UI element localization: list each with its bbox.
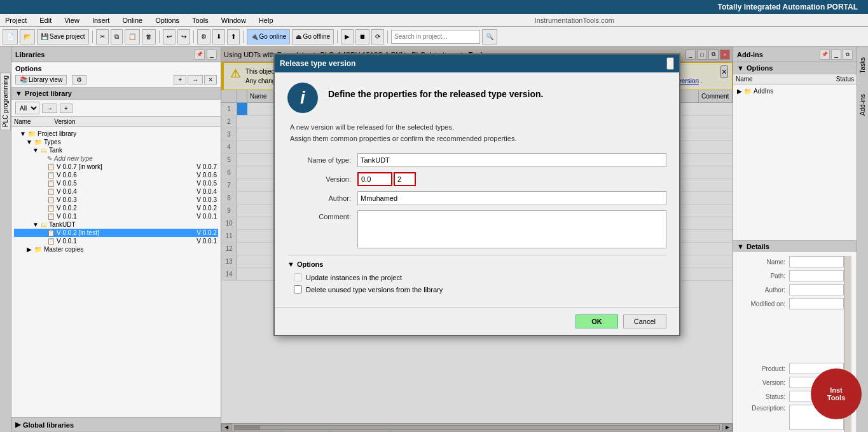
tank-v003[interactable]: 📋 V 0.0.3 V 0.0.3 [14, 196, 218, 204]
filter-add-btn[interactable]: → [42, 104, 57, 113]
addins-vtab[interactable]: Add-ins [858, 90, 867, 119]
paste-btn[interactable]: 📋 [125, 29, 140, 44]
lib-move-btn[interactable]: → [188, 75, 203, 84]
search-btn[interactable]: 🔍 [482, 29, 497, 44]
minimize-libraries-btn[interactable]: _ [207, 50, 217, 60]
comment-textarea[interactable] [357, 210, 666, 248]
start-btn[interactable]: ▶ [341, 29, 354, 44]
menu-item-options[interactable]: Options [153, 16, 182, 25]
go-offline-btn[interactable]: ⏏ Go offline [292, 29, 334, 44]
tasks-tab[interactable]: Tasks [858, 53, 867, 78]
author-row: Author: [287, 191, 666, 205]
tank-v005[interactable]: 📋 V 0.0.5 V 0.0.5 [14, 179, 218, 187]
compile-btn[interactable]: ⚙ [197, 29, 210, 44]
go-online-btn[interactable]: 🔌 Go online [247, 29, 291, 44]
lib-settings-btn[interactable]: ⚙ [72, 75, 86, 84]
options-header[interactable]: ▼ Options [287, 260, 666, 268]
plc-programming-tab[interactable]: PLC programming [0, 72, 11, 130]
save-btn[interactable]: 💾 Save project [37, 29, 89, 44]
toggle-tank[interactable]: ▼ [32, 147, 39, 154]
copy-btn[interactable]: ⧉ [111, 29, 123, 44]
name-type-input[interactable] [357, 153, 666, 167]
tank-v006[interactable]: 📋 V 0.0.6 V 0.0.6 [14, 171, 218, 179]
undo-btn[interactable]: ↩ [163, 29, 176, 44]
addins-options-header[interactable]: ▼ Options [733, 62, 857, 74]
addins-min-btn[interactable]: _ [831, 50, 841, 60]
tank-v005-icon: 📋 [47, 180, 55, 187]
global-libraries-header[interactable]: ▶ Global libraries [11, 418, 221, 432]
search-input[interactable] [391, 30, 480, 44]
stop-btn[interactable]: ⏹ [355, 29, 369, 44]
menu-item-tools[interactable]: Tools [189, 16, 211, 25]
toggle-tankudt[interactable]: ▼ [32, 221, 39, 228]
expand-icon: ▼ [15, 90, 22, 97]
tia-title: Totally Integrated Automation PORTAL [718, 3, 858, 11]
addins-col-status: Status [816, 76, 854, 83]
addins-pin-btn[interactable]: 📌 [820, 50, 830, 60]
toggle-master[interactable]: ▶ [26, 246, 32, 253]
menu-item-insert[interactable]: Insert [90, 16, 113, 25]
type-filter[interactable]: All [15, 102, 39, 114]
ok-button[interactable]: OK [575, 314, 618, 328]
menu-item-window[interactable]: Window [219, 16, 249, 25]
open-btn[interactable]: 📂 [20, 29, 35, 44]
cancel-button[interactable]: Cancel [623, 314, 666, 328]
menu-item-edit[interactable]: Edit [37, 16, 54, 25]
tankudt-v002[interactable]: 📋 V 0.0.2 [in test] V 0.0.2 [14, 229, 218, 237]
version-major-input[interactable] [357, 172, 392, 186]
toggle-types[interactable]: ▼ [26, 138, 32, 145]
project-lib-folder-icon: 📁 [28, 130, 36, 137]
download-btn[interactable]: ⬇ [212, 29, 225, 44]
libraries-panel: Libraries 📌 _ Options 📚 Library view ⚙ +… [11, 47, 221, 432]
lib-delete-btn[interactable]: × [204, 75, 217, 84]
upload-btn[interactable]: ⬆ [227, 29, 240, 44]
version-inputs [357, 172, 416, 186]
lib-icon: 📚 [20, 76, 27, 83]
redo-btn[interactable]: ↪ [177, 29, 190, 44]
dialog-close-btn[interactable]: × [666, 57, 674, 70]
types-folder-icon: 📁 [34, 138, 42, 145]
types-item[interactable]: ▼ 📁 Types [14, 138, 218, 146]
option2-checkbox[interactable] [294, 285, 302, 294]
addins-folder[interactable]: ▶ 📁 AddIns [736, 87, 854, 95]
options-label-text: Options [297, 260, 324, 268]
new-btn[interactable]: 📄 [3, 29, 18, 44]
version-minor-input[interactable] [394, 172, 416, 186]
tank-v007[interactable]: 📋 V 0.0.7 [in work] V 0.0.7 [14, 163, 218, 171]
library-view-btn[interactable]: 📚 Library view [15, 75, 67, 84]
add-new-type-item[interactable]: ✎ Add new type [14, 154, 218, 163]
menu-item-view[interactable]: View [62, 16, 82, 25]
master-copies-item[interactable]: ▶ 📁 Master copies [14, 245, 218, 253]
filter-new-btn[interactable]: + [60, 104, 72, 113]
info-circle: i [287, 83, 318, 113]
option1-checkbox[interactable] [294, 273, 302, 281]
tank-v002[interactable]: 📋 V 0.0.2 V 0.0.2 [14, 204, 218, 212]
tank-v002-label: V 0.0.2 [57, 205, 77, 212]
pin-btn[interactable]: 📌 [195, 50, 205, 60]
author-input[interactable] [357, 191, 666, 205]
toggle-project-lib[interactable]: ▼ [20, 130, 26, 137]
tank-v001[interactable]: 📋 V 0.0.1 V 0.0.1 [14, 212, 218, 220]
option1-row: Update instances in the project [287, 273, 666, 281]
tankudt-item[interactable]: ▼ 🗂 TankUDT [14, 220, 218, 229]
cut-btn[interactable]: ✂ [96, 29, 109, 44]
mres-btn[interactable]: ⟳ [371, 29, 384, 44]
project-library-root[interactable]: ▼ 📁 Project library [14, 130, 218, 138]
details-header[interactable]: ▼ Details [733, 241, 857, 252]
menu-item-online[interactable]: Online [120, 16, 145, 25]
tank-v003-icon: 📋 [47, 196, 55, 203]
menu-item-help[interactable]: Help [256, 16, 276, 25]
delete-btn[interactable]: 🗑 [142, 29, 156, 44]
dialog-desc1: A new version will be released for the s… [290, 122, 666, 133]
menu-item-project[interactable]: Project [3, 16, 29, 25]
tree-cols: Name Version [11, 117, 221, 127]
detail-name-value [789, 256, 844, 267]
project-library-header[interactable]: ▼ Project library [11, 88, 221, 100]
addins-expand-btn[interactable]: ⧉ [843, 50, 853, 60]
tankudt-v001[interactable]: 📋 V 0.0.1 V 0.0.1 [14, 237, 218, 245]
tank-item[interactable]: ▼ 🗂 Tank [14, 146, 218, 154]
options-panel: Options 📚 Library view ⚙ + → × [11, 62, 221, 88]
options-section: ▼ Options Update instances in the projec… [287, 255, 666, 294]
lib-add-btn[interactable]: + [174, 75, 186, 84]
tank-v004[interactable]: 📋 V 0.0.4 V 0.0.4 [14, 187, 218, 196]
